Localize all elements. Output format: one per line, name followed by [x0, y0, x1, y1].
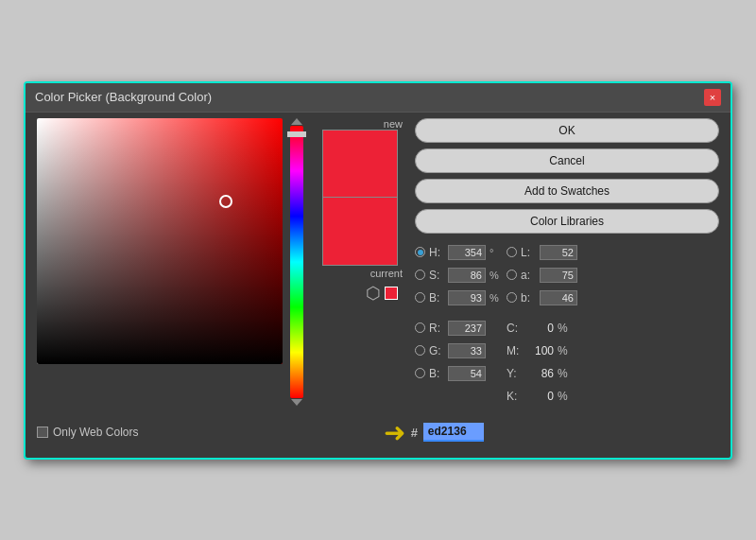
cube-swatch-area: ⬡	[322, 283, 398, 304]
title-bar: Color Picker (Background Color) ×	[26, 83, 730, 113]
only-web-colors-label: Only Web Colors	[53, 426, 138, 439]
red-radio[interactable]	[415, 322, 425, 333]
hue-radio[interactable]	[415, 247, 425, 257]
hue-slider-thumb	[287, 131, 306, 137]
green-radio[interactable]	[415, 345, 425, 356]
red-input[interactable]	[448, 321, 486, 336]
blue-row: B:	[415, 364, 501, 383]
cube-icon: ⬡	[366, 283, 381, 304]
brightness-unit: %	[490, 292, 501, 304]
blue-label: B:	[429, 367, 444, 380]
values-section: H: ° S: % B:	[415, 243, 719, 406]
cmyk-c-row: C: 0 %	[507, 319, 577, 338]
saturation-row: S: %	[415, 266, 501, 285]
cmyk-y-unit: %	[558, 367, 569, 380]
hue-slider[interactable]	[290, 126, 303, 398]
hue-slider-wrapper	[288, 118, 305, 406]
hue-arrow-top-icon	[291, 118, 302, 125]
hue-input[interactable]	[448, 245, 486, 260]
saturation-input[interactable]	[448, 268, 486, 283]
hue-row: H: °	[415, 243, 501, 262]
lab-b-input[interactable]	[540, 290, 577, 305]
blue-radio[interactable]	[415, 368, 425, 378]
cmyk-m-value: 100	[525, 344, 554, 357]
cancel-button[interactable]: Cancel	[415, 148, 719, 173]
cmyk-c-unit: %	[558, 322, 569, 335]
green-input[interactable]	[448, 343, 486, 358]
lab-l-radio[interactable]	[507, 247, 517, 257]
red-row: R:	[415, 319, 501, 338]
saturation-label: S:	[429, 269, 444, 282]
preview-section: new current ⬡	[313, 118, 407, 406]
cmyk-c-label: C:	[507, 322, 522, 335]
brightness-radio[interactable]	[415, 292, 425, 303]
lab-l-label: L:	[521, 246, 536, 259]
picker-area	[37, 118, 305, 406]
lab-l-row: L:	[507, 243, 577, 262]
color-gradient[interactable]	[37, 118, 283, 364]
cmyk-k-value: 0	[525, 390, 554, 403]
cmyk-c-value: 0	[525, 322, 554, 335]
blue-input[interactable]	[448, 366, 486, 381]
cmyk-y-row: Y: 86 %	[507, 364, 577, 383]
hue-arrow-bottom-icon	[291, 399, 302, 406]
arrow-icon: ➜	[384, 417, 405, 448]
lab-b-label: b:	[521, 291, 536, 305]
hue-label: H:	[429, 246, 444, 259]
main-content: new current ⬡ OK Cancel Add to Swatches …	[26, 113, 730, 411]
cmyk-m-row: M: 100 %	[507, 341, 577, 360]
preview-current-label: current	[370, 268, 403, 279]
green-label: G:	[429, 344, 444, 357]
preview-current-color	[322, 198, 398, 266]
brightness-row: B: %	[415, 288, 501, 307]
green-row: G:	[415, 341, 501, 360]
hash-symbol: #	[411, 426, 418, 440]
red-label: R:	[429, 322, 444, 335]
cmyk-y-label: Y:	[507, 367, 522, 380]
lab-cmyk-col: L: a: b:	[507, 243, 577, 406]
color-libraries-button[interactable]: Color Libraries	[415, 209, 719, 234]
right-panel: OK Cancel Add to Swatches Color Librarie…	[415, 118, 719, 406]
saturation-unit: %	[490, 270, 501, 281]
cmyk-k-row: K: 0 %	[507, 387, 577, 406]
cmyk-k-label: K:	[507, 390, 522, 403]
dialog-title: Color Picker (Background Color)	[35, 90, 212, 104]
hsb-rgb-col: H: ° S: % B:	[415, 243, 501, 406]
lab-l-input[interactable]	[540, 245, 577, 260]
cmyk-k-unit: %	[558, 390, 569, 403]
cmyk-m-label: M:	[507, 344, 522, 357]
lab-a-radio[interactable]	[507, 270, 517, 280]
add-to-swatches-button[interactable]: Add to Swatches	[415, 179, 719, 203]
preview-new-color	[322, 130, 398, 198]
hex-input[interactable]	[423, 423, 484, 442]
cmyk-y-value: 86	[525, 367, 554, 380]
hue-radio-fill	[418, 250, 423, 255]
lab-a-row: a:	[507, 266, 577, 285]
saturation-radio[interactable]	[415, 270, 425, 280]
bottom-bar: Only Web Colors ➜ #	[26, 411, 730, 458]
hex-area: ➜ #	[147, 417, 719, 448]
lab-b-row: b:	[507, 288, 577, 307]
lab-a-label: a:	[521, 269, 536, 282]
color-picker-dialog: Color Picker (Background Color) × new	[24, 81, 732, 460]
lab-a-input[interactable]	[540, 268, 577, 283]
hue-unit: °	[490, 247, 501, 258]
lab-b-radio[interactable]	[507, 292, 517, 303]
close-button[interactable]: ×	[704, 89, 721, 106]
only-web-colors-checkbox[interactable]	[37, 427, 48, 438]
ok-button[interactable]: OK	[415, 118, 719, 143]
color-field[interactable]	[37, 118, 283, 364]
only-web-colors-area: Only Web Colors	[37, 426, 138, 439]
brightness-label: B:	[429, 291, 444, 305]
color-cursor[interactable]	[219, 195, 232, 208]
brightness-input[interactable]	[448, 290, 486, 305]
swatch-mini[interactable]	[385, 287, 398, 300]
preview-new-label: new	[384, 118, 403, 130]
cmyk-m-unit: %	[558, 344, 569, 357]
